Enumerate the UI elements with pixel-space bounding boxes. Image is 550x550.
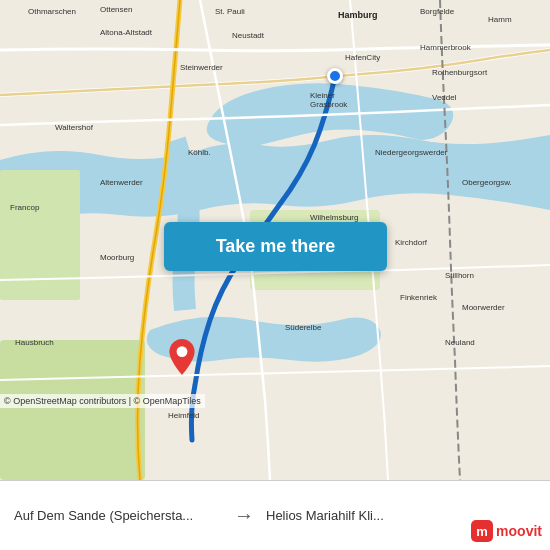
svg-text:Obergeorgsw.: Obergeorgsw. [462, 178, 512, 187]
route-to: Helios Mariahilf Kli... [260, 504, 480, 527]
map-container: Othmarschen Ottensen St. Pauli Hamburg B… [0, 0, 550, 480]
svg-text:Grasbrook: Grasbrook [310, 100, 348, 109]
route-from: Auf Dem Sande (Speichersta... [8, 504, 228, 527]
svg-text:HafenCity: HafenCity [345, 53, 380, 62]
map-attribution: © OpenStreetMap contributors | © OpenMap… [0, 394, 205, 408]
svg-text:Köhlb.: Köhlb. [188, 148, 211, 157]
svg-point-35 [177, 346, 188, 357]
svg-text:Veddel: Veddel [432, 93, 457, 102]
svg-text:Waltershof: Waltershof [55, 123, 94, 132]
svg-text:Rothenburgsort: Rothenburgsort [432, 68, 488, 77]
svg-text:Stillhorn: Stillhorn [445, 271, 474, 280]
route-arrow-icon: → [228, 504, 260, 527]
svg-text:Francop: Francop [10, 203, 40, 212]
destination-pin [168, 339, 196, 375]
svg-text:Altona-Altstadt: Altona-Altstadt [100, 28, 153, 37]
take-me-there-button[interactable]: Take me there [164, 222, 387, 271]
svg-text:Othmarschen: Othmarschen [28, 7, 76, 16]
svg-text:Heimfeld: Heimfeld [168, 411, 200, 420]
svg-text:Süderelbe: Süderelbe [285, 323, 322, 332]
svg-text:Niedergeorgswerder: Niedergeorgswerder [375, 148, 448, 157]
svg-text:Kleiner: Kleiner [310, 91, 335, 100]
svg-text:Steinwerder: Steinwerder [180, 63, 223, 72]
bottom-bar: Auf Dem Sande (Speichersta... → Helios M… [0, 480, 550, 550]
svg-text:Moorwerder: Moorwerder [462, 303, 505, 312]
moovit-logo: m moovit [471, 520, 542, 542]
svg-rect-1 [0, 340, 145, 480]
svg-text:Neuland: Neuland [445, 338, 475, 347]
svg-text:Altenwerder: Altenwerder [100, 178, 143, 187]
svg-text:Hamburg: Hamburg [338, 10, 378, 20]
moovit-text: moovit [496, 523, 542, 539]
route-to-label: Helios Mariahilf Kli... [266, 508, 474, 523]
moovit-logo-icon: m [471, 520, 493, 542]
svg-text:Hammerbrook: Hammerbrook [420, 43, 472, 52]
route-from-label: Auf Dem Sande (Speichersta... [14, 508, 222, 523]
svg-text:m: m [476, 524, 488, 539]
svg-text:Hausbruch: Hausbruch [15, 338, 54, 347]
svg-text:Moorburg: Moorburg [100, 253, 134, 262]
svg-text:Neustadt: Neustadt [232, 31, 265, 40]
svg-text:Ottensen: Ottensen [100, 5, 132, 14]
svg-text:Wilhelmsburg: Wilhelmsburg [310, 213, 358, 222]
svg-text:Finkenriek: Finkenriek [400, 293, 438, 302]
svg-text:Borgfelde: Borgfelde [420, 7, 455, 16]
origin-dot [327, 68, 343, 84]
svg-text:Kirchdorf: Kirchdorf [395, 238, 428, 247]
svg-text:Hamm: Hamm [488, 15, 512, 24]
svg-text:St. Pauli: St. Pauli [215, 7, 245, 16]
